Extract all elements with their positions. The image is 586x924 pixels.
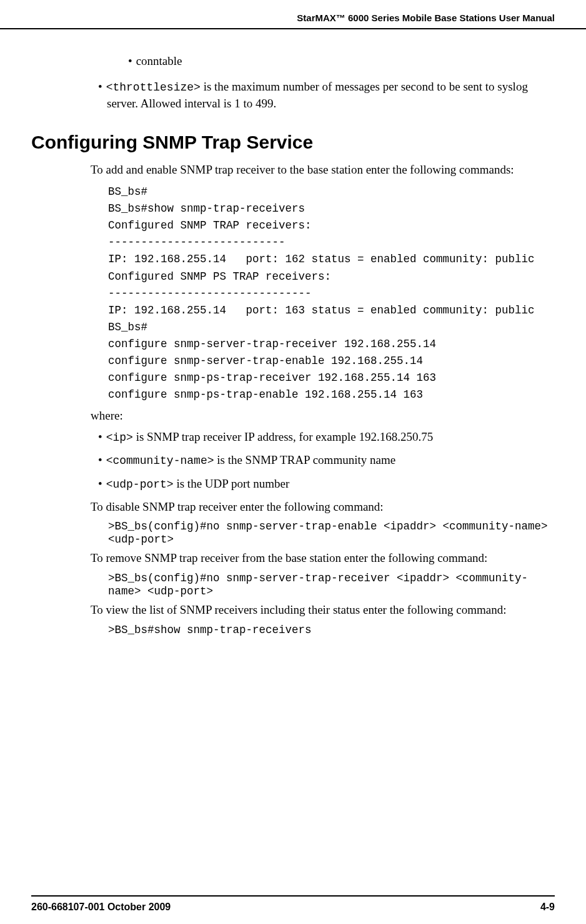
remove-code: >BS_bs(config)#no snmp-server-trap-recei… <box>108 572 555 598</box>
footer-doc-id: 260-668107-001 October 2009 <box>31 902 171 913</box>
community-code: <community-name> <box>106 455 214 467</box>
content-area: conntable <throttlesize> is the maximum … <box>31 0 555 637</box>
snmp-commands-block: BS_bs# BS_bs#show snmp-trap-receivers Co… <box>108 184 555 404</box>
where-bullet-list: <ip> is SNMP trap receiver IP address, f… <box>98 429 555 493</box>
throttle-bullet-list: <throttlesize> is the maximum number of … <box>98 79 555 112</box>
throttlesize-code: <throttlesize> <box>106 81 201 94</box>
footer-page-number: 4-9 <box>540 902 555 913</box>
intro-paragraph: To add and enable SNMP trap receiver to … <box>91 162 555 179</box>
footer-rule <box>31 895 555 897</box>
section-heading: Configuring SNMP Trap Service <box>31 132 555 153</box>
community-text: is the SNMP TRAP community name <box>214 453 395 466</box>
page-footer: 260-668107-001 October 2009 4-9 <box>0 895 586 913</box>
ip-code: <ip> <box>106 431 133 444</box>
conntable-bullet: conntable <box>128 53 555 70</box>
page: StarMAX™ 6000 Series Mobile Base Station… <box>0 0 586 924</box>
throttlesize-bullet: <throttlesize> is the maximum number of … <box>98 79 555 112</box>
remove-paragraph: To remove SNMP trap receiver from the ba… <box>91 550 555 567</box>
page-header: StarMAX™ 6000 Series Mobile Base Station… <box>297 12 555 23</box>
community-bullet: <community-name> is the SNMP TRAP commun… <box>98 452 555 469</box>
where-label: where: <box>91 408 555 425</box>
view-paragraph: To view the list of SNMP receivers inclu… <box>91 602 555 619</box>
udp-port-text: is the UDP port number <box>174 477 290 490</box>
sub-bullet-list: conntable <box>128 53 555 70</box>
header-rule <box>0 28 586 29</box>
disable-code: >BS_bs(config)#no snmp-server-trap-enabl… <box>108 520 555 546</box>
udp-port-code: <udp-port> <box>106 478 174 491</box>
ip-bullet: <ip> is SNMP trap receiver IP address, f… <box>98 429 555 446</box>
udp-port-bullet: <udp-port> is the UDP port number <box>98 476 555 493</box>
footer-row: 260-668107-001 October 2009 4-9 <box>31 902 555 913</box>
disable-paragraph: To disable SNMP trap receiver enter the … <box>91 499 555 516</box>
ip-text: is SNMP trap receiver IP address, for ex… <box>133 430 433 443</box>
view-code: >BS_bs#show snmp-trap-receivers <box>108 624 555 637</box>
